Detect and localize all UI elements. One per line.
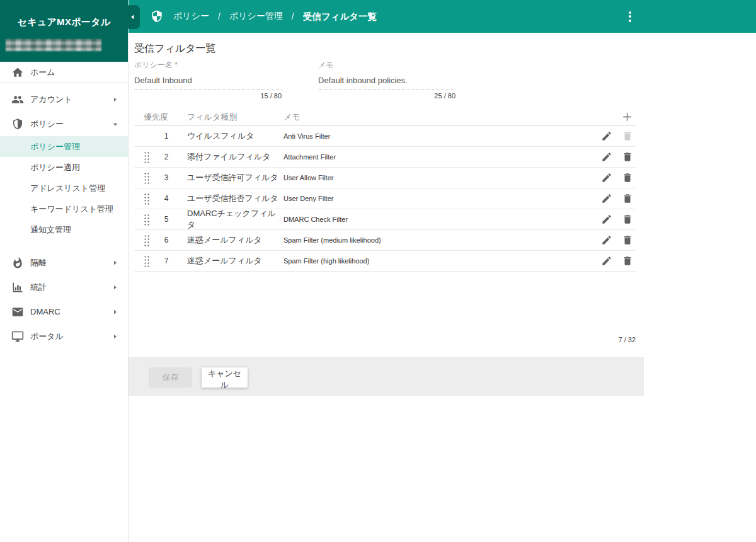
row-priority: 4 — [158, 194, 175, 203]
delete-button[interactable] — [622, 234, 633, 246]
chevron-right-icon — [110, 282, 120, 292]
sidebar-item-statistics[interactable]: 統計 — [0, 275, 128, 299]
row-memo: Attachment Filter — [284, 153, 592, 161]
row-priority: 3 — [158, 173, 175, 182]
table-row: 4 ユーザ受信拒否フィルタ User Deny Filter — [134, 188, 636, 209]
pencil-icon — [601, 214, 612, 225]
pencil-icon — [601, 172, 612, 183]
sidebar-item-label: アカウント — [30, 94, 110, 105]
bar-chart-icon — [11, 281, 24, 294]
main-content: 受信フィルタ一覧 ポリシー名 * Default Inbound 15 / 80… — [129, 33, 644, 542]
sidebar-item-label: ホーム — [30, 67, 120, 78]
app-title: セキュアMXポータル — [0, 0, 128, 28]
pencil-icon — [601, 151, 612, 163]
sidebar-subitem-notification[interactable]: 通知文管理 — [0, 219, 128, 240]
sidebar-item-home[interactable]: ホーム — [0, 62, 128, 83]
account-id-redacted — [6, 39, 101, 51]
drag-handle-icon[interactable] — [144, 172, 158, 184]
delete-button[interactable] — [622, 172, 633, 183]
delete-button[interactable] — [622, 151, 633, 163]
delete-button[interactable] — [622, 193, 633, 204]
delete-button — [622, 130, 633, 142]
row-priority: 1 — [158, 132, 175, 141]
row-memo: DMARC Check Filter — [284, 216, 592, 223]
plus-icon — [621, 111, 633, 123]
breadcrumb-current-page: 受信フィルタ一覧 — [303, 11, 377, 23]
memo-field: メモ Default inbound policies. 25 / 80 — [318, 60, 455, 100]
row-priority: 7 — [158, 257, 175, 265]
add-filter-button[interactable] — [621, 111, 633, 123]
table-row: 3 ユーザ受信許可フィルタ User Allow Filter — [134, 168, 636, 188]
table-row: 7 迷惑メールフィルタ Spam Filter (high likelihood… — [134, 251, 636, 272]
edit-button[interactable] — [601, 130, 612, 142]
table-row: 6 迷惑メールフィルタ Spam Filter (medium likeliho… — [134, 230, 636, 251]
filter-table: 優先度 フィルタ種別 メモ 1 ウイルスフィルタ Anti Virus Filt… — [134, 108, 636, 272]
edit-button[interactable] — [601, 151, 612, 163]
memo-counter: 25 / 80 — [318, 89, 455, 100]
row-priority: 2 — [158, 153, 175, 161]
kebab-menu-icon[interactable] — [622, 8, 638, 25]
mail-icon — [11, 306, 24, 318]
sidebar-subitem-policy-apply[interactable]: ポリシー適用 — [0, 157, 128, 178]
top-app-bar: ポリシー / ポリシー管理 / 受信フィルタ一覧 — [129, 0, 756, 33]
pencil-icon — [601, 234, 612, 246]
sidebar-item-dmarc[interactable]: DMARC — [0, 299, 128, 324]
policy-name-field: ポリシー名 * Default Inbound 15 / 80 — [134, 60, 282, 100]
row-priority: 5 — [158, 215, 175, 224]
policy-name-input[interactable]: Default Inbound — [134, 71, 282, 89]
sidebar-item-label: ポリシー — [30, 118, 110, 130]
trash-icon — [622, 151, 633, 163]
sidebar-item-policy[interactable]: ポリシー — [0, 112, 128, 136]
sidebar-subitem-label: アドレスリスト管理 — [30, 183, 105, 194]
delete-button[interactable] — [622, 214, 633, 225]
sidebar-subitem-policy-management[interactable]: ポリシー管理 — [0, 136, 128, 157]
row-filter-type: 迷惑メールフィルタ — [187, 255, 284, 267]
divider — [0, 83, 128, 83]
sidebar-nav: ホーム アカウント — [0, 62, 128, 349]
row-memo: Spam Filter (medium likelihood) — [284, 236, 592, 244]
edit-button[interactable] — [601, 193, 612, 204]
sidebar: セキュアMXポータル ホーム アカウント — [0, 0, 129, 542]
sidebar-item-quarantine[interactable]: 隔離 — [0, 250, 128, 275]
trash-icon — [622, 214, 633, 225]
table-row: 1 ウイルスフィルタ Anti Virus Filter — [134, 126, 636, 147]
breadcrumb-separator: / — [218, 11, 220, 21]
breadcrumb-policy[interactable]: ポリシー — [173, 11, 209, 22]
chevron-right-icon — [110, 258, 120, 268]
row-priority: 6 — [158, 236, 175, 245]
row-memo: Spam Filter (high likelihood) — [284, 257, 592, 265]
drag-handle-icon[interactable] — [144, 234, 158, 246]
sidebar-subitem-address-list[interactable]: アドレスリスト管理 — [0, 178, 128, 199]
header-filter-type: フィルタ種別 — [187, 112, 284, 123]
table-header-row: 優先度 フィルタ種別 メモ — [134, 108, 636, 126]
trash-icon — [622, 172, 633, 183]
edit-button[interactable] — [601, 234, 612, 246]
edit-button[interactable] — [601, 255, 612, 267]
sidebar-collapse-button[interactable] — [125, 5, 140, 29]
sidebar-item-portal[interactable]: ポータル — [0, 324, 128, 349]
trash-icon — [622, 255, 633, 267]
delete-button[interactable] — [622, 255, 633, 267]
row-filter-type: ユーザ受信許可フィルタ — [187, 172, 284, 183]
chevron-right-icon — [110, 307, 120, 317]
sidebar-subitem-label: ポリシー管理 — [30, 141, 80, 153]
drag-handle-icon[interactable] — [144, 255, 158, 267]
pencil-icon — [601, 255, 612, 267]
table-row: 2 添付ファイルフィルタ Attachment Filter — [134, 147, 636, 168]
breadcrumb-policy-management[interactable]: ポリシー管理 — [229, 11, 283, 22]
drag-handle-icon[interactable] — [144, 193, 158, 205]
drag-handle-icon[interactable] — [144, 151, 158, 163]
edit-button[interactable] — [601, 214, 612, 225]
edit-button[interactable] — [601, 172, 612, 183]
breadcrumb: ポリシー / ポリシー管理 / 受信フィルタ一覧 — [173, 11, 377, 23]
sidebar-header: セキュアMXポータル — [0, 0, 128, 62]
flame-icon — [11, 257, 24, 269]
sidebar-item-account[interactable]: アカウント — [0, 87, 128, 112]
row-filter-type: 添付ファイルフィルタ — [187, 151, 284, 163]
memo-input[interactable]: Default inbound policies. — [318, 71, 455, 89]
sidebar-subitem-keyword-list[interactable]: キーワードリスト管理 — [0, 199, 128, 219]
drag-handle-icon[interactable] — [144, 214, 158, 226]
cancel-button[interactable]: キャンセル — [202, 367, 248, 388]
nav-spacer — [0, 240, 128, 250]
header-priority: 優先度 — [144, 112, 175, 123]
